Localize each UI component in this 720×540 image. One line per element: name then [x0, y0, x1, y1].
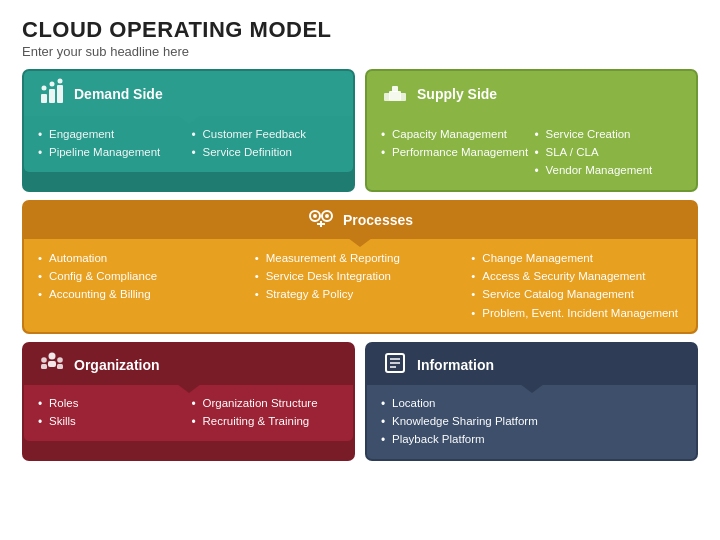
- svg-point-17: [41, 357, 47, 363]
- org-header: Organization: [24, 344, 353, 385]
- demand-header: Demand Side: [24, 71, 353, 116]
- info-header: Information: [367, 344, 696, 385]
- supply-icon: [381, 78, 409, 109]
- list-item: Vendor Management: [535, 162, 683, 180]
- list-item: Service Catalog Management: [471, 285, 682, 303]
- processes-body: Automation Config & Compliance Accountin…: [24, 239, 696, 333]
- list-item: Performance Management: [381, 144, 529, 162]
- svg-rect-19: [48, 361, 56, 367]
- list-item: Access & Security Management: [471, 267, 682, 285]
- info-title: Information: [417, 357, 494, 373]
- svg-rect-8: [384, 93, 390, 101]
- svg-point-18: [57, 357, 63, 363]
- list-item: Customer Feedback: [192, 126, 340, 144]
- list-item: Capacity Management: [381, 126, 529, 144]
- list-item: Recruiting & Training: [192, 413, 340, 431]
- list-item: Location: [381, 395, 682, 413]
- supply-header: Supply Side: [367, 71, 696, 116]
- demand-title: Demand Side: [74, 86, 163, 102]
- list-item: Service Desk Integration: [255, 267, 466, 285]
- list-item: Engagement: [38, 126, 186, 144]
- list-item: Pipeline Management: [38, 144, 186, 162]
- list-item: Service Creation: [535, 126, 683, 144]
- svg-rect-21: [57, 364, 63, 369]
- demand-col1: Engagement Pipeline Management: [38, 126, 186, 162]
- list-item: Organization Structure: [192, 395, 340, 413]
- svg-point-13: [325, 214, 329, 218]
- demand-side-card: Demand Side Engagement Pipeline Manageme…: [24, 71, 353, 172]
- supply-title: Supply Side: [417, 86, 497, 102]
- org-body: Roles Skills Organization Structure Recr…: [24, 385, 353, 441]
- processes-col3: Change Management Access & Security Mana…: [471, 249, 682, 323]
- svg-rect-20: [41, 364, 47, 369]
- supply-col1: Capacity Management Performance Manageme…: [381, 126, 529, 179]
- svg-rect-6: [389, 91, 401, 101]
- list-item: Problem, Event. Incident Management: [471, 304, 682, 322]
- list-item: Service Definition: [192, 144, 340, 162]
- organization-card: Organization Roles Skills Organization S…: [24, 344, 353, 441]
- svg-rect-2: [57, 85, 63, 103]
- svg-rect-7: [392, 86, 398, 92]
- info-icon: [381, 351, 409, 378]
- svg-point-11: [313, 214, 317, 218]
- processes-col2: Measurement & Reporting Service Desk Int…: [255, 249, 466, 323]
- processes-section: Processes Automation Config & Compliance…: [22, 200, 698, 335]
- org-title: Organization: [74, 357, 160, 373]
- processes-icon: [307, 208, 335, 233]
- svg-rect-1: [49, 89, 55, 103]
- demand-body: Engagement Pipeline Management Customer …: [24, 116, 353, 172]
- list-item: Accounting & Billing: [38, 285, 249, 303]
- list-item: SLA / CLA: [535, 144, 683, 162]
- page-title: CLOUD OPERATING MODEL: [22, 18, 698, 42]
- info-body: Location Knowledge Sharing Platform Play…: [367, 385, 696, 458]
- svg-point-4: [50, 82, 55, 87]
- svg-point-3: [42, 86, 47, 91]
- supply-body: Capacity Management Performance Manageme…: [367, 116, 696, 189]
- processes-col1: Automation Config & Compliance Accountin…: [38, 249, 249, 323]
- list-item: Skills: [38, 413, 186, 431]
- svg-point-16: [49, 353, 56, 360]
- svg-point-5: [58, 79, 63, 84]
- list-item: Playback Platform: [381, 431, 682, 449]
- supply-side-card: Supply Side Capacity Management Performa…: [367, 71, 696, 189]
- processes-title: Processes: [343, 212, 413, 228]
- list-item: Config & Compliance: [38, 267, 249, 285]
- supply-col2: Service Creation SLA / CLA Vendor Manage…: [535, 126, 683, 179]
- org-icon: [38, 351, 66, 378]
- information-card: Information Location Knowledge Sharing P…: [367, 344, 696, 458]
- processes-header: Processes: [24, 202, 696, 239]
- list-item: Roles: [38, 395, 186, 413]
- demand-col2: Customer Feedback Service Definition: [192, 126, 340, 162]
- svg-rect-0: [41, 94, 47, 103]
- list-item: Change Management: [471, 249, 682, 267]
- list-item: Strategy & Policy: [255, 285, 466, 303]
- page-subtitle: Enter your sub headline here: [22, 44, 698, 59]
- list-item: Knowledge Sharing Platform: [381, 413, 682, 431]
- list-item: Automation: [38, 249, 249, 267]
- svg-rect-9: [400, 93, 406, 101]
- list-item: Measurement & Reporting: [255, 249, 466, 267]
- demand-icon: [38, 78, 66, 109]
